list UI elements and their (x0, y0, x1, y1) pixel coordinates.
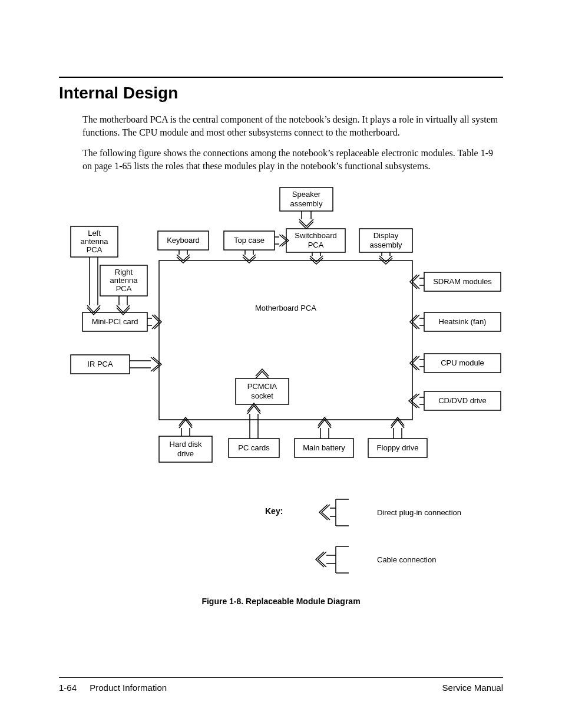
left-antenna-l1: Left (88, 229, 101, 238)
mainbatt-label: Main battery (303, 443, 345, 452)
keyboard-label: Keyboard (167, 236, 200, 245)
conn-leftant-minipci (87, 257, 100, 315)
conn-floppy-mb (391, 417, 404, 439)
page-heading: Internal Design (59, 84, 503, 103)
diagram-svg: .box { fill:#fff; stroke:#000; stroke-wi… (59, 184, 507, 591)
irpca-label: IR PCA (87, 360, 113, 368)
switchboard-l2: PCA (308, 241, 324, 249)
key-direct-label: Direct plug-in connection (377, 508, 461, 517)
floppy-label: Floppy drive (377, 443, 419, 452)
key-direct-icon (319, 499, 349, 526)
left-antenna-l3: PCA (87, 245, 103, 254)
module-diagram: .box { fill:#fff; stroke:#000; stroke-wi… (59, 184, 503, 606)
pccards-label: PC cards (238, 443, 270, 452)
page-footer: 1-64 Product Information Service Manual (59, 677, 503, 693)
display-l1: Display (373, 231, 399, 240)
conn-hdd-mb (179, 417, 192, 436)
paragraph-2: The following figure shows the connectio… (82, 147, 503, 172)
right-antenna-l3: PCA (116, 284, 132, 293)
conn-rightant-minipci (117, 296, 130, 315)
switchboard-l1: Switchboard (295, 231, 337, 240)
top-rule (59, 77, 503, 78)
topcase-label: Top case (234, 236, 265, 245)
speaker-l2: assembly (290, 199, 323, 208)
right-antenna-l1: Right (115, 268, 133, 276)
display-l2: assembly (370, 241, 402, 249)
page-number: 1-64 (59, 683, 77, 693)
pcmcia-l2: socket (251, 391, 273, 400)
motherboard-label: Motherboard PCA (255, 304, 316, 312)
conn-irpca-mb (130, 357, 161, 371)
conn-speaker-switchboard (299, 211, 313, 229)
key-cable-label: Cable connection (377, 555, 436, 564)
bottom-rule (59, 677, 503, 678)
footer-section: Product Information (90, 683, 167, 693)
footer-left: 1-64 Product Information (59, 683, 167, 693)
minipci-label: Mini-PCI card (92, 317, 138, 326)
pcmcia-l1: PCMCIA (247, 382, 277, 391)
sdram-label: SDRAM modules (433, 277, 492, 286)
footer-manual: Service Manual (442, 683, 503, 693)
hdd-l1: Hard disk (170, 440, 202, 449)
conn-mainbatt-mb (318, 417, 331, 439)
speaker-l1: Speaker (292, 190, 321, 199)
key-label: Key: (265, 506, 283, 516)
heatsink-label: Heatsink (fan) (439, 317, 487, 326)
right-antenna-l2: antenna (110, 276, 138, 285)
left-antenna-l2: antenna (81, 237, 109, 246)
page: Internal Design The motherboard PCA is t… (0, 0, 562, 728)
cddvd-label: CD/DVD drive (438, 396, 487, 405)
key-cable-icon (316, 546, 349, 573)
cpu-label: CPU module (441, 358, 484, 367)
figure-caption: Figure 1-8. Replaceable Module Diagram (59, 597, 503, 606)
paragraph-1: The motherboard PCA is the central compo… (82, 113, 503, 139)
hdd-l2: drive (177, 449, 194, 458)
